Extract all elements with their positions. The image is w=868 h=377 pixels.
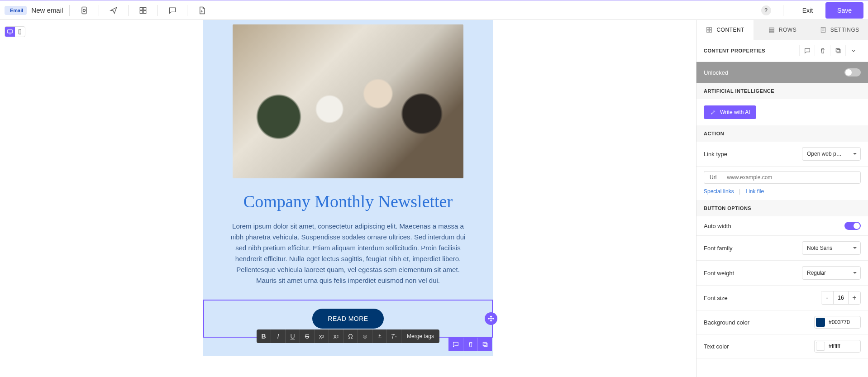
grid-icon[interactable] xyxy=(135,2,151,19)
row-comment-icon[interactable] xyxy=(448,338,463,351)
subscript-icon[interactable]: x2 xyxy=(329,329,343,343)
svg-rect-20 xyxy=(836,48,839,52)
comment-icon[interactable] xyxy=(164,2,181,19)
device-toggle xyxy=(5,26,25,37)
emoji-icon[interactable]: ☺ xyxy=(358,329,372,343)
font-size-row: Font size - + xyxy=(696,286,868,310)
link-type-label: Link type xyxy=(704,151,802,157)
button-options-header: BUTTON OPTIONS xyxy=(696,200,868,216)
link-type-row: Link type Open web p… xyxy=(696,142,868,167)
svg-rect-3 xyxy=(140,7,143,10)
svg-rect-11 xyxy=(707,28,709,30)
bg-color-field[interactable] xyxy=(814,316,861,329)
svg-rect-6 xyxy=(143,10,146,13)
action-header: ACTION xyxy=(696,125,868,142)
unlocked-toggle[interactable] xyxy=(844,68,861,76)
move-handle-icon[interactable] xyxy=(485,312,497,325)
divider xyxy=(128,5,129,16)
divider xyxy=(99,5,99,16)
canvas-area: Company Monthly Newsletter Lorem ipsum d… xyxy=(0,20,696,377)
write-with-ai-button[interactable]: Write with AI xyxy=(704,105,756,119)
font-weight-select[interactable]: Regular xyxy=(802,266,861,280)
bg-color-swatch xyxy=(816,318,825,327)
tab-content-label: CONTENT xyxy=(716,27,744,33)
prop-duplicate-icon[interactable] xyxy=(830,45,845,56)
upload-icon[interactable] xyxy=(372,329,387,343)
row-duplicate-icon[interactable] xyxy=(477,338,492,351)
tab-settings[interactable]: SETTINGS xyxy=(811,20,868,40)
font-size-label: Font size xyxy=(704,295,821,301)
font-size-input[interactable] xyxy=(833,291,849,304)
svg-rect-12 xyxy=(710,28,712,30)
write-with-ai-label: Write with AI xyxy=(720,109,750,115)
hero-image[interactable] xyxy=(233,24,463,178)
font-size-increment[interactable]: + xyxy=(849,291,860,304)
email-canvas[interactable]: Company Monthly Newsletter Lorem ipsum d… xyxy=(203,20,493,356)
prop-collapse-icon[interactable] xyxy=(845,45,861,56)
font-family-value: Noto Sans xyxy=(807,245,832,251)
tab-content[interactable]: CONTENT xyxy=(696,20,754,40)
auto-width-row: Auto width xyxy=(696,216,868,236)
unlocked-row: Unlocked xyxy=(696,62,868,83)
content-properties-label: CONTENT PROPERTIES xyxy=(704,48,765,53)
link-file-link[interactable]: Link file xyxy=(746,188,764,195)
font-weight-label: Font weight xyxy=(704,270,802,277)
strike-icon[interactable]: S xyxy=(300,329,315,343)
mobile-view-icon[interactable] xyxy=(15,27,25,37)
divider xyxy=(157,5,158,16)
omega-icon[interactable]: Ω xyxy=(343,329,358,343)
history-icon[interactable] xyxy=(76,2,92,19)
headline[interactable]: Company Monthly Newsletter xyxy=(203,191,493,213)
row-actions xyxy=(448,338,492,351)
bg-color-input[interactable] xyxy=(829,319,857,325)
body-text[interactable]: Lorem ipsum dolor sit amet, consectetur … xyxy=(228,221,468,286)
text-color-swatch xyxy=(816,342,825,351)
svg-rect-19 xyxy=(837,49,840,52)
row-delete-icon[interactable] xyxy=(463,338,477,351)
save-button[interactable]: Save xyxy=(825,2,863,19)
help-icon[interactable]: ? xyxy=(761,5,771,15)
svg-rect-14 xyxy=(710,30,712,33)
superscript-icon[interactable]: x2 xyxy=(315,329,329,343)
svg-rect-13 xyxy=(707,30,709,33)
email-title[interactable]: New email xyxy=(31,6,63,14)
content-properties-header: CONTENT PROPERTIES xyxy=(696,40,868,62)
desktop-view-icon[interactable] xyxy=(5,27,15,37)
text-color-row: Text color xyxy=(696,334,868,358)
url-input[interactable] xyxy=(722,171,861,184)
svg-rect-18 xyxy=(821,28,825,33)
font-family-row: Font family Noto Sans xyxy=(696,236,868,261)
text-color-label: Text color xyxy=(704,343,814,350)
prop-comment-icon[interactable] xyxy=(799,45,815,56)
link-helpers: Special links | Link file xyxy=(696,188,868,200)
divider xyxy=(783,5,783,16)
tab-rows[interactable]: ROWS xyxy=(754,20,811,40)
text-color-field[interactable] xyxy=(814,340,861,353)
clear-format-icon[interactable]: T× xyxy=(387,329,401,343)
font-size-stepper: - + xyxy=(821,291,861,305)
italic-icon[interactable]: I xyxy=(271,329,286,343)
bold-icon[interactable]: B xyxy=(257,329,271,343)
special-links-link[interactable]: Special links xyxy=(704,188,734,195)
auto-width-toggle[interactable] xyxy=(844,222,861,230)
panel-tabs: CONTENT ROWS SETTINGS xyxy=(696,20,868,40)
bg-color-label: Background color xyxy=(704,319,814,326)
url-row: Url xyxy=(696,167,868,188)
underline-icon[interactable]: U xyxy=(286,329,300,343)
prop-delete-icon[interactable] xyxy=(815,45,830,56)
font-weight-value: Regular xyxy=(807,270,826,276)
bg-color-row: Background color xyxy=(696,310,868,334)
exit-button[interactable]: Exit xyxy=(795,3,820,18)
svg-rect-10 xyxy=(483,342,486,345)
new-page-icon[interactable] xyxy=(194,2,210,19)
divider xyxy=(187,5,187,16)
text-color-input[interactable] xyxy=(829,343,857,349)
merge-tags-button[interactable]: Merge tags xyxy=(401,329,439,343)
read-more-button[interactable]: READ MORE xyxy=(312,309,383,329)
svg-rect-7 xyxy=(8,30,13,33)
link-type-select[interactable]: Open web p… xyxy=(802,147,861,161)
send-test-icon[interactable] xyxy=(105,2,122,19)
font-size-decrement[interactable]: - xyxy=(821,291,833,304)
ai-header: ARTIFICIAL INTELLIGENCE xyxy=(696,83,868,99)
font-family-select[interactable]: Noto Sans xyxy=(802,241,861,255)
